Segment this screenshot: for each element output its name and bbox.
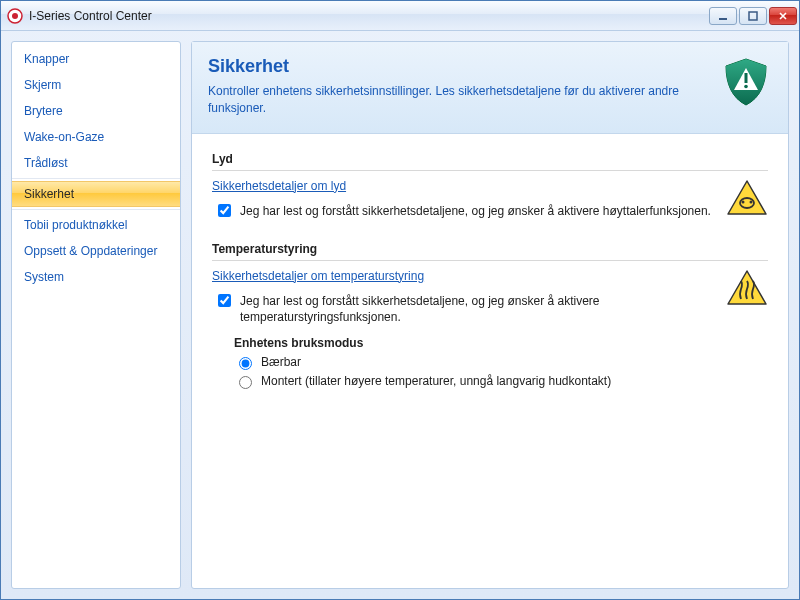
mode-portable-radio[interactable]: [239, 357, 252, 370]
sidebar-item-oppsett[interactable]: Oppsett & Oppdateringer: [12, 238, 180, 264]
mode-mounted-radio[interactable]: [239, 376, 252, 389]
sidebar-item-produktnokkel[interactable]: Tobii produktnøkkel: [12, 212, 180, 238]
sidebar-item-sikkerhet[interactable]: Sikkerhet: [12, 181, 180, 207]
svg-rect-2: [719, 18, 727, 20]
main-panel: Sikkerhet Kontroller enhetens sikkerhets…: [191, 41, 789, 589]
svg-rect-3: [749, 12, 757, 20]
section-temperature: Temperaturstyring Sikkerhetsdetaljer om …: [212, 242, 768, 393]
sound-ack-label: Jeg har lest og forstått sikkerhetsdetal…: [240, 203, 711, 220]
page-description: Kontroller enhetens sikkerhetsinnstillin…: [208, 83, 708, 117]
sidebar-divider: [12, 178, 180, 179]
titlebar[interactable]: I-Series Control Center: [1, 1, 799, 31]
temperature-ack-label: Jeg har lest og forstått sikkerhetsdetal…: [240, 293, 716, 327]
sidebar-item-knapper[interactable]: Knapper: [12, 46, 180, 72]
usage-mode-title: Enhetens bruksmodus: [234, 336, 716, 350]
sidebar-item-brytere[interactable]: Brytere: [12, 98, 180, 124]
app-icon: [7, 8, 23, 24]
temperature-details-link[interactable]: Sikkerhetsdetaljer om temperaturstyring: [212, 269, 424, 283]
sound-warning-icon: [726, 179, 768, 217]
page-header: Sikkerhet Kontroller enhetens sikkerhets…: [192, 42, 788, 134]
usage-mode-group: Bærbar Montert (tillater høyere temperat…: [234, 354, 716, 389]
sidebar-item-system[interactable]: System: [12, 264, 180, 290]
sound-ack-checkbox[interactable]: [218, 204, 231, 217]
svg-point-10: [750, 200, 753, 203]
mode-mounted-label: Montert (tillater høyere temperaturer, u…: [261, 374, 611, 388]
body-panel: Lyd Sikkerhetsdetaljer om lyd Jeg har le…: [192, 134, 788, 433]
maximize-button[interactable]: [739, 7, 767, 25]
page-title: Sikkerhet: [208, 56, 708, 77]
mode-portable-label: Bærbar: [261, 355, 301, 369]
close-button[interactable]: [769, 7, 797, 25]
heat-warning-icon: [726, 269, 768, 307]
sound-details-link[interactable]: Sikkerhetsdetaljer om lyd: [212, 179, 346, 193]
section-sound-title: Lyd: [212, 152, 768, 171]
sidebar-item-skjerm[interactable]: Skjerm: [12, 72, 180, 98]
safety-shield-icon: [720, 56, 772, 108]
minimize-button[interactable]: [709, 7, 737, 25]
svg-rect-5: [745, 73, 748, 83]
svg-point-6: [744, 85, 748, 89]
window-title: I-Series Control Center: [29, 9, 709, 23]
section-temperature-title: Temperaturstyring: [212, 242, 768, 261]
sidebar-divider: [12, 209, 180, 210]
svg-point-9: [742, 200, 745, 203]
content-area: Knapper Skjerm Brytere Wake-on-Gaze Tråd…: [1, 31, 799, 599]
sidebar-item-tradlost[interactable]: Trådløst: [12, 150, 180, 176]
temperature-ack-checkbox[interactable]: [218, 294, 231, 307]
section-sound: Lyd Sikkerhetsdetaljer om lyd Jeg har le…: [212, 152, 768, 220]
app-window: I-Series Control Center Knapper Skjerm B…: [0, 0, 800, 600]
sidebar-item-wake-on-gaze[interactable]: Wake-on-Gaze: [12, 124, 180, 150]
sidebar: Knapper Skjerm Brytere Wake-on-Gaze Tråd…: [11, 41, 181, 589]
svg-point-1: [12, 13, 18, 19]
window-buttons: [709, 7, 797, 25]
